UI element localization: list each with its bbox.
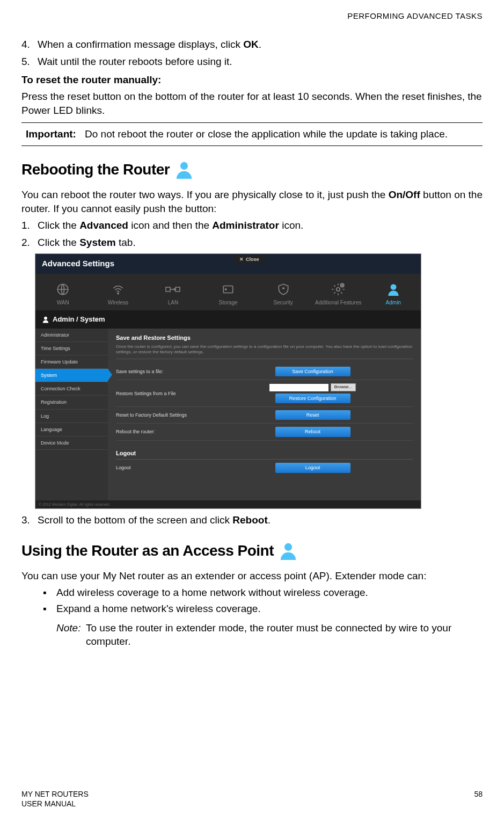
nav-lan-label: LAN xyxy=(168,300,178,305)
nav-admin-label: Admin xyxy=(386,300,401,305)
step-4-num: 4. xyxy=(21,38,38,52)
nav-admin[interactable]: Admin xyxy=(366,282,421,307)
t: tab. xyxy=(116,237,136,248)
nav-security-label: Security xyxy=(274,300,293,305)
save-configuration-button[interactable]: Save Configuration xyxy=(275,367,350,376)
sidebar-firmware-update[interactable]: Firmware Update xyxy=(35,355,108,369)
row-reset: Reset to Factory Default Settings Reset xyxy=(116,407,413,424)
ss-close-label: Close xyxy=(246,256,259,263)
sidebar-administrator[interactable]: Administrator xyxy=(35,329,108,342)
restore-configuration-button[interactable]: Restore Configuration xyxy=(275,394,350,403)
step-5-text: Wait until the router reboots before usi… xyxy=(38,55,232,69)
file-path-input[interactable] xyxy=(269,384,328,391)
reset-manual-para: Press the reset button on the bottom of … xyxy=(21,90,483,117)
ss-title: Advanced Settings xyxy=(42,258,114,269)
ss-body: Administrator Time Settings Firmware Upd… xyxy=(35,329,421,500)
row-logout: Logout Logout xyxy=(116,460,413,476)
browse-button[interactable]: Browse... xyxy=(331,383,356,391)
reboot-button[interactable]: Reboot xyxy=(275,427,350,436)
reboot-step-1: 1. Click the Advanced icon and then the … xyxy=(21,219,483,232)
reboot-intro: You can reboot the router two ways. If y… xyxy=(21,188,483,215)
bullet-icon: ▪ xyxy=(43,586,56,600)
page-header: PERFORMING ADVANCED TASKS xyxy=(21,11,483,21)
nav-storage[interactable]: Storage xyxy=(201,282,256,307)
note-label: Note: xyxy=(56,621,86,649)
step-4-text-a: When a confirmation message displays, cl… xyxy=(38,39,243,50)
step-5-num: 5. xyxy=(21,55,38,69)
storage-icon xyxy=(201,282,256,297)
t: icon and then the xyxy=(128,220,212,231)
page-number: 58 xyxy=(474,789,483,809)
bullet-icon: ▪ xyxy=(43,602,56,616)
svg-point-2 xyxy=(118,293,119,294)
access-point-intro: You can use your My Net router as an ext… xyxy=(21,569,483,583)
restore-label: Restore Settings from a File xyxy=(116,390,213,397)
important-text: Do not reboot the router or close the ap… xyxy=(85,127,448,141)
rebooting-heading: Rebooting the Router xyxy=(21,159,483,180)
reset-label: Reset to Factory Default Settings xyxy=(116,412,213,418)
row-save: Save settings to a file: Save Configurat… xyxy=(116,363,413,380)
gear-plus-icon xyxy=(311,282,366,297)
t: icon. xyxy=(279,220,303,231)
step-5: 5. Wait until the router reboots before … xyxy=(21,55,483,69)
svg-rect-3 xyxy=(166,287,170,292)
important-callout: Important: Do not reboot the router or c… xyxy=(21,122,483,146)
nav-wireless-label: Wireless xyxy=(108,300,128,305)
reboot-word: Reboot xyxy=(232,514,267,526)
sidebar-language[interactable]: Language xyxy=(35,423,108,436)
reboot-step-3-num: 3. xyxy=(21,513,38,527)
ap-note: Note: To use the router in extender mode… xyxy=(56,621,483,649)
user-small-icon xyxy=(42,316,49,323)
row-reboot: Reboot the router: Reboot xyxy=(116,424,413,440)
ap-bullet-1: ▪ Add wireless coverage to a home networ… xyxy=(43,586,483,600)
reset-button[interactable]: Reset xyxy=(275,410,350,420)
reboot-step-3: 3. Scroll to the bottom of the screen an… xyxy=(21,513,483,527)
svg-point-9 xyxy=(390,284,396,290)
nav-lan[interactable]: LAN xyxy=(145,282,201,307)
user-icon xyxy=(175,161,193,179)
router-screenshot: Advanced Settings ✕ Close WAN Wireless L… xyxy=(35,253,421,509)
close-x-icon: ✕ xyxy=(239,256,244,263)
ap-bullet-2: ▪ Expand a home network's wireless cover… xyxy=(43,602,483,616)
nav-wan[interactable]: WAN xyxy=(35,282,91,307)
svg-point-10 xyxy=(44,317,47,320)
note-text: To use the router in extender mode, the … xyxy=(86,621,483,649)
ss-breadcrumb: Admin / System xyxy=(35,310,421,329)
ss-nav: WAN Wireless LAN Storage Security Additi… xyxy=(35,274,421,311)
logout-heading: Logout xyxy=(116,445,413,460)
sidebar-registration[interactable]: Registration xyxy=(35,396,108,409)
sidebar-connection-check[interactable]: Connection Check xyxy=(35,382,108,396)
ss-sidebar: Administrator Time Settings Firmware Upd… xyxy=(35,329,108,500)
nav-additional[interactable]: Additional Features xyxy=(311,282,366,307)
reboot-step-1-num: 1. xyxy=(21,219,38,232)
nav-wireless[interactable]: Wireless xyxy=(91,282,146,307)
nav-security[interactable]: Security xyxy=(255,282,311,307)
ss-close-button[interactable]: ✕ Close xyxy=(234,255,265,264)
ss-copyright: © 2012 Western Digital. All rights reser… xyxy=(35,500,421,508)
svg-point-0 xyxy=(180,162,188,170)
ss-content: Save and Restore Settings Once the route… xyxy=(108,329,421,500)
svg-point-11 xyxy=(284,543,292,551)
sidebar-time-settings[interactable]: Time Settings xyxy=(35,342,108,355)
reset-manual-heading: To reset the router manually: xyxy=(21,73,483,87)
wifi-icon xyxy=(91,282,146,297)
reboot-step-2-num: 2. xyxy=(21,236,38,250)
logout-button[interactable]: Logout xyxy=(275,463,350,472)
sidebar-log[interactable]: Log xyxy=(35,410,108,423)
save-restore-heading: Save and Restore Settings xyxy=(116,334,413,342)
advanced-word: Advanced xyxy=(79,220,128,231)
rebooting-title: Rebooting the Router xyxy=(21,159,170,180)
ap-bullet-1-text: Add wireless coverage to a home network … xyxy=(56,586,368,600)
footer-title-2: USER MANUAL xyxy=(21,799,89,809)
logout-label: Logout xyxy=(116,464,213,471)
t: . xyxy=(268,514,271,526)
sidebar-system[interactable]: System xyxy=(35,369,108,382)
lan-icon xyxy=(145,282,201,297)
reboot-intro-a: You can reboot the router two ways. If y… xyxy=(21,189,389,200)
sidebar-device-mode[interactable]: Device Mode xyxy=(35,436,108,450)
breadcrumb-text: Admin / System xyxy=(53,315,105,324)
administrator-word: Administrator xyxy=(212,220,279,231)
reboot-label: Reboot the router: xyxy=(116,428,213,435)
reboot-step-2: 2. Click the System tab. xyxy=(21,236,483,250)
system-word: System xyxy=(79,237,116,248)
